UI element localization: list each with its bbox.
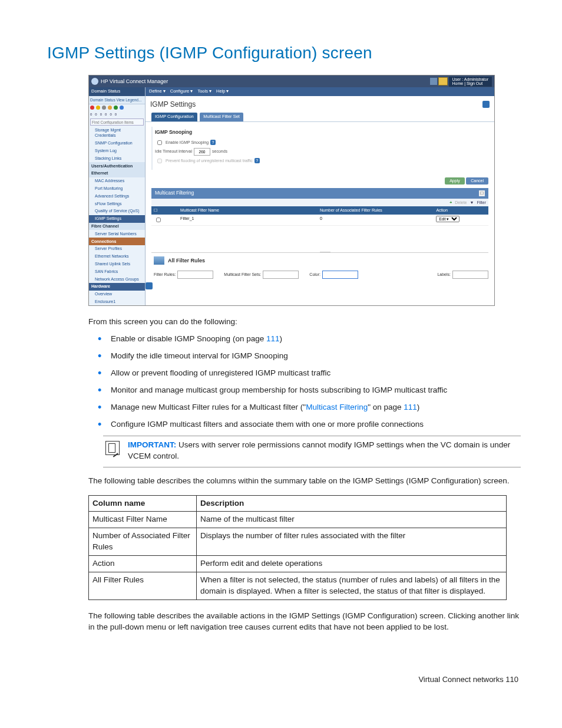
list-item: Manage new Multicast Filter rules for a …: [94, 402, 521, 413]
sidebar-item[interactable]: MAC Addresses: [89, 177, 145, 185]
table-row: ActionPerform edit and delete operations: [89, 556, 507, 572]
status-refresh-icon[interactable]: [114, 106, 118, 110]
hp-logo-icon: [91, 78, 98, 85]
sidebar-section-ethernet[interactable]: Ethernet: [89, 170, 145, 177]
app-titlebar: HP Virtual Connect Manager User : Admini…: [89, 75, 494, 87]
important-icon: [105, 441, 120, 455]
menu-define[interactable]: Define ▾: [149, 88, 166, 95]
idle-timeout-unit: seconds: [212, 149, 227, 154]
status-warning-icon[interactable]: [96, 106, 100, 110]
col-num-rules: Number of Associated Filter Rules: [320, 207, 436, 213]
tab-igmp-configuration[interactable]: IGMP Configuration: [151, 113, 197, 121]
menu-tools[interactable]: Tools ▾: [197, 88, 211, 95]
row-num-rules: 0: [320, 216, 436, 224]
sidebar-item[interactable]: System Log: [89, 147, 145, 155]
table-row: All Filter RulesWhen a filter is not sel…: [89, 572, 507, 600]
sidebar-header: Domain Status: [89, 87, 145, 96]
sidebar-item[interactable]: Enclosure1: [89, 298, 145, 306]
user-box[interactable]: User : Administrator Home | Sign Out: [449, 77, 492, 87]
enable-snooping-checkbox[interactable]: [157, 140, 162, 145]
color-input[interactable]: [322, 271, 358, 279]
link-multicast-filtering[interactable]: Multicast Filtering: [306, 403, 368, 411]
prevent-flooding-checkbox[interactable]: [157, 159, 162, 163]
main-pane: Define ▾ Configure ▾ Tools ▾ Help ▾ IGMP…: [146, 87, 494, 305]
tab-row: IGMP Configuration Multicast Filter Set: [146, 113, 494, 122]
list-item: Monitor and manage multicast group membe…: [94, 385, 521, 396]
sidebar-search-input[interactable]: [90, 118, 144, 126]
delete-filter-button[interactable]: Delete: [455, 200, 467, 206]
sidebar-item[interactable]: sFlow Settings: [89, 200, 145, 207]
status-caution-icon[interactable]: [108, 106, 112, 110]
tab-multicast-filter-set[interactable]: Multicast Filter Set: [200, 113, 243, 121]
filter-button[interactable]: Filter: [477, 200, 486, 206]
sidebar-item[interactable]: Ethernet Networks: [89, 253, 145, 261]
status-unknown-icon[interactable]: [102, 106, 106, 110]
sidebar-item[interactable]: SNMP Configuration: [89, 140, 145, 147]
sidebar-item[interactable]: SAN Fabrics: [89, 268, 145, 275]
sidebar-item[interactable]: Server Serial Numbers: [89, 230, 145, 238]
color-label: Color:: [309, 272, 320, 278]
col-action: Action: [436, 207, 486, 213]
igmp-snooping-panel: IGMP Snooping Enable IGMP Snooping ? Idl…: [151, 127, 488, 170]
sidebar: Domain Status Domain Status View Legend.…: [89, 87, 146, 305]
filter-icon[interactable]: ▼: [470, 200, 474, 206]
sidebar-section-hardware[interactable]: Hardware: [89, 283, 145, 291]
page-link-111[interactable]: 111: [404, 403, 417, 411]
mfs-input[interactable]: [263, 271, 299, 279]
sidebar-section-users[interactable]: Users/Authentication: [89, 162, 145, 170]
list-item: Modify the idle timeout interval for IGM…: [94, 351, 521, 362]
add-filter-button[interactable]: +: [449, 200, 452, 206]
page-title: IGMP Settings: [150, 100, 196, 110]
important-text: Users with server role permissions canno…: [128, 440, 510, 460]
sidebar-item[interactable]: Network Access Groups: [89, 275, 145, 283]
column-description-table: Column name Description Multicast Filter…: [88, 495, 507, 600]
sidebar-item[interactable]: Advanced Settings: [89, 192, 145, 200]
apply-button[interactable]: Apply: [445, 177, 465, 185]
sidebar-item[interactable]: Shared Uplink Sets: [89, 261, 145, 268]
sidebar-item[interactable]: Storage Mgmt Credentials: [89, 126, 145, 140]
sidebar-item[interactable]: Port Monitoring: [89, 185, 145, 193]
menu-help[interactable]: Help ▾: [216, 88, 229, 95]
nav-group-1: Storage Mgmt Credentials SNMP Configurat…: [89, 126, 145, 162]
status-info-icon[interactable]: [120, 106, 124, 110]
important-label: IMPORTANT:: [128, 440, 176, 449]
idle-timeout-input[interactable]: [194, 148, 210, 156]
cancel-button[interactable]: Cancel: [466, 177, 488, 185]
resize-icon[interactable]: [146, 282, 153, 289]
sidebar-item[interactable]: Quality of Service (QoS): [89, 207, 145, 215]
sidebar-item[interactable]: Stacking Links: [89, 154, 145, 162]
select-all-checkbox[interactable]: ☐: [154, 207, 180, 213]
menu-configure[interactable]: Configure ▾: [170, 88, 193, 95]
alert-icon[interactable]: [438, 77, 448, 85]
labels-input[interactable]: [452, 271, 488, 279]
filter-rules-label: Filter Rules:: [154, 272, 176, 278]
sidebar-legend[interactable]: Domain Status View Legend...: [89, 96, 145, 104]
outro-text: The following table describes the availa…: [88, 611, 521, 633]
important-note: IMPORTANT: Users with server role permis…: [103, 436, 521, 467]
sidebar-section-connections[interactable]: Connections: [89, 238, 145, 245]
status-icon-row: [89, 104, 145, 111]
sidebar-item-igmp-settings[interactable]: IGMP Settings: [89, 215, 145, 223]
help-icon[interactable]: ?: [210, 140, 216, 145]
idle-timeout-label: Idle Timeout Interval: [155, 149, 192, 154]
sidebar-item[interactable]: Overview: [89, 291, 145, 298]
page-link-111[interactable]: 111: [266, 334, 280, 343]
table-row: Number of Associated Filter RulesDisplay…: [89, 528, 507, 556]
help-icon[interactable]: ?: [254, 158, 260, 163]
mfs-label: Multicast Filter Sets:: [224, 272, 261, 278]
row-filter-name: Filter_1: [180, 216, 320, 224]
mf-heading: Multicast Filtering: [155, 190, 194, 197]
notification-icon[interactable]: [430, 78, 437, 85]
filter-rules-input[interactable]: [177, 271, 213, 279]
row-checkbox[interactable]: [156, 218, 161, 222]
status-critical-icon[interactable]: [90, 106, 94, 110]
sidebar-item[interactable]: Server Profiles: [89, 245, 145, 253]
sidebar-section-fc[interactable]: Fibre Channel: [89, 223, 145, 230]
th-description: Description: [197, 495, 507, 512]
expand-icon[interactable]: □: [479, 190, 485, 196]
multicast-filtering-panel: Multicast Filtering □ + Delete ▼ Filter …: [151, 188, 488, 279]
help-icon[interactable]: [482, 101, 490, 108]
snooping-heading: IGMP Snooping: [155, 129, 488, 136]
main-menubar: Define ▾ Configure ▾ Tools ▾ Help ▾: [146, 87, 494, 96]
row-action-select[interactable]: Edit ▾: [436, 216, 459, 222]
